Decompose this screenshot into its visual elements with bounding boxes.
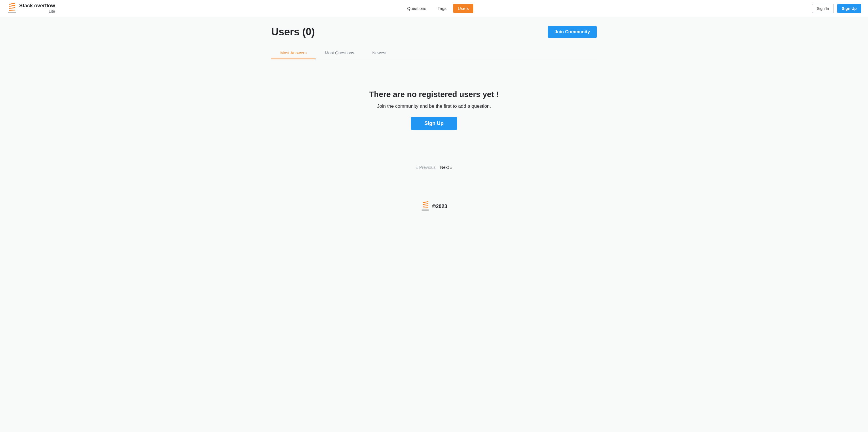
nav-users[interactable]: Users xyxy=(453,4,473,13)
signup-nav-button[interactable]: Sign Up xyxy=(837,4,861,13)
footer: ©2023 xyxy=(0,192,868,221)
footer-logo-icon xyxy=(421,201,430,211)
navbar-auth: Sign In Sign Up xyxy=(812,4,861,13)
logo-text: Stack overflow Lite xyxy=(19,3,55,13)
nav-questions[interactable]: Questions xyxy=(403,4,431,13)
footer-logo: ©2023 xyxy=(421,201,447,211)
svg-rect-1 xyxy=(9,9,15,10)
svg-rect-2 xyxy=(9,7,15,8)
empty-state-subtitle: Join the community and be the first to a… xyxy=(377,104,491,109)
footer-copyright: ©2023 xyxy=(432,204,447,209)
join-community-button[interactable]: Join Community xyxy=(548,26,597,38)
signin-button[interactable]: Sign In xyxy=(812,4,834,13)
svg-rect-6 xyxy=(423,207,428,208)
tabs-container: Most Answers Most Questions Newest xyxy=(271,47,597,59)
signup-main-button[interactable]: Sign Up xyxy=(411,117,457,130)
pagination: « Previous Next » xyxy=(271,160,597,174)
main-content: Users (0) Join Community Most Answers Mo… xyxy=(265,17,603,183)
svg-rect-8 xyxy=(423,203,428,205)
page-title: Users (0) xyxy=(271,26,315,38)
svg-rect-3 xyxy=(9,5,15,6)
prev-button[interactable]: « Previous xyxy=(415,165,436,170)
svg-rect-0 xyxy=(8,12,16,13)
svg-rect-4 xyxy=(9,3,15,5)
nav-tags[interactable]: Tags xyxy=(433,4,451,13)
tab-most-questions[interactable]: Most Questions xyxy=(316,47,363,59)
tab-newest[interactable]: Newest xyxy=(363,47,396,59)
svg-rect-7 xyxy=(423,205,428,207)
next-button[interactable]: Next » xyxy=(440,165,453,170)
svg-rect-5 xyxy=(422,209,429,211)
empty-state: There are no registered users yet ! Join… xyxy=(271,73,597,147)
page-header: Users (0) Join Community xyxy=(271,26,597,38)
logo-link[interactable]: Stack overflow Lite xyxy=(7,3,55,14)
navbar: Stack overflow Lite Questions Tags Users… xyxy=(0,0,868,17)
empty-state-title: There are no registered users yet ! xyxy=(369,90,499,99)
nav-links: Questions Tags Users xyxy=(64,4,812,13)
svg-rect-9 xyxy=(423,201,428,203)
tab-most-answers[interactable]: Most Answers xyxy=(271,47,316,59)
logo-icon xyxy=(7,3,17,14)
